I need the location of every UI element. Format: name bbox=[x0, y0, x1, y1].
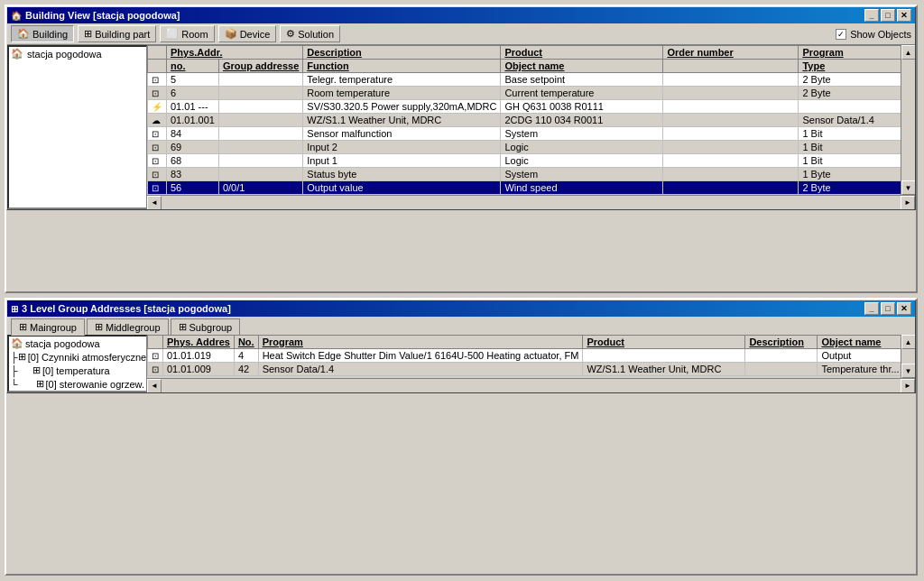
ga-tree-item-temperatura[interactable]: ├ ⊞ [0] temperatura bbox=[9, 364, 146, 377]
row-function: Room temperature bbox=[303, 87, 501, 100]
scroll-up-button[interactable]: ▲ bbox=[901, 45, 916, 60]
row-group bbox=[218, 114, 302, 127]
group-tree: 🏠 stacja pogodowa ├ ⊞ [0] Czynniki atmos… bbox=[7, 335, 147, 392]
row-no: 01.01 --- bbox=[167, 100, 219, 114]
tab-maingroup[interactable]: ⊞ Maingroup bbox=[11, 318, 85, 336]
row-order bbox=[663, 73, 799, 87]
th-product: Product bbox=[501, 46, 663, 60]
building-part-button[interactable]: ⊞ Building part bbox=[78, 25, 156, 42]
th-type: Type bbox=[799, 60, 901, 73]
group-tab-bar: ⊞ Maingroup ⊞ Middlegroup ⊞ Subgroup bbox=[7, 317, 915, 335]
table-row[interactable]: ⊡ 56 0/0/1 Output value Wind speed 2 Byt… bbox=[148, 181, 901, 195]
row-order bbox=[663, 181, 799, 195]
th-no: no. bbox=[167, 60, 219, 73]
close-button[interactable]: ✕ bbox=[897, 9, 911, 22]
table-row[interactable]: ☁ 01.01.001 WZ/S1.1 Weather Unit, MDRC 2… bbox=[148, 114, 901, 127]
ga-maximize-button[interactable]: □ bbox=[881, 302, 895, 315]
ga-row-program: Sensor Data/1.4 bbox=[258, 363, 583, 376]
ga-close-button[interactable]: ✕ bbox=[897, 302, 911, 315]
building-tree: 🏠 stacja pogodowa bbox=[7, 45, 147, 209]
th-object-name: Object name bbox=[501, 60, 663, 73]
ga-scroll-up-button[interactable]: ▲ bbox=[901, 335, 916, 349]
ga-scroll-right-button[interactable]: ► bbox=[901, 379, 915, 393]
row-icon-cell: ⊡ bbox=[148, 73, 167, 87]
table-header-row1: Phys.Addr. Description Product Order num… bbox=[148, 46, 901, 60]
row-no: 5 bbox=[167, 73, 219, 87]
ga-tree-item-sterowanie[interactable]: └ ⊞ [0] sterowanie ogrzew. bbox=[9, 377, 146, 391]
ga-tree-item-root[interactable]: 🏠 stacja pogodowa bbox=[9, 337, 146, 350]
ga-row-object: Output bbox=[818, 349, 901, 363]
tree-item-stacja[interactable]: 🏠 stacja pogodowa bbox=[9, 47, 146, 60]
ga-tree-item-czynniki[interactable]: ├ ⊞ [0] Czynniki atmosferyczne bbox=[9, 350, 146, 364]
row-group bbox=[218, 154, 302, 168]
right-pane-inner: Phys.Addr. Description Product Order num… bbox=[147, 45, 915, 195]
row-type: 1 Bit bbox=[799, 141, 901, 154]
scroll-left-button[interactable]: ◄ bbox=[147, 196, 162, 210]
minimize-button[interactable]: _ bbox=[864, 9, 879, 22]
row-group bbox=[218, 168, 302, 181]
ga-scroll-left-button[interactable]: ◄ bbox=[147, 379, 162, 393]
ga-scroll-down-button[interactable]: ▼ bbox=[901, 364, 916, 378]
table-row[interactable]: ⊡ 84 Sensor malfunction System 1 Bit bbox=[148, 127, 901, 141]
row-type: 2 Byte bbox=[799, 181, 901, 195]
ga-table-row[interactable]: ⊡ 01.01.019 4 Heat Switch Edge Shutter D… bbox=[148, 349, 901, 363]
th-group-addr: Group addresse bbox=[218, 60, 302, 73]
ga-minimize-button[interactable]: _ bbox=[864, 302, 879, 315]
row-no: 01.01.001 bbox=[167, 114, 219, 127]
table-row[interactable]: ⚡ 01.01 --- SV/S30.320.5 Power supply,32… bbox=[148, 100, 901, 114]
row-object-name: System bbox=[501, 127, 663, 141]
row-icon-cell: ⊡ bbox=[148, 181, 167, 195]
th-icon2 bbox=[148, 60, 167, 73]
device-button[interactable]: 📦 Device bbox=[218, 25, 277, 42]
main-layout: 🏠 stacja pogodowa Phys.Addr. Descripti bbox=[7, 45, 915, 209]
titlebar-controls: _ □ ✕ bbox=[864, 9, 911, 22]
table-row[interactable]: ⊡ 5 Telegr. temperature Base setpoint 2 … bbox=[148, 73, 901, 87]
row-object-name: Wind speed bbox=[501, 181, 663, 195]
row-function: WZ/S1.1 Weather Unit, MDRC bbox=[303, 114, 501, 127]
row-order bbox=[663, 168, 799, 181]
scroll-right-button[interactable]: ► bbox=[901, 196, 915, 210]
ga-horizontal-scrollbar[interactable]: ◄ ► bbox=[147, 378, 915, 392]
building-button[interactable]: 🏠 Building bbox=[11, 25, 74, 42]
row-type: 1 Bit bbox=[799, 127, 901, 141]
ga-vertical-scrollbar[interactable]: ▲ ▼ bbox=[901, 335, 915, 378]
ga-table-row[interactable]: ⊡ 01.01.009 42 Sensor Data/1.4 WZ/S1.1 W… bbox=[148, 363, 901, 376]
tab-middlegroup[interactable]: ⊞ Middlegroup bbox=[87, 318, 169, 335]
titlebar-left: 🏠 Building View [stacja pogodowa] bbox=[11, 10, 180, 21]
device-icon: 📦 bbox=[225, 28, 237, 40]
subgroup-icon: ⊞ bbox=[179, 321, 187, 333]
th-order-number: Order number bbox=[663, 46, 799, 60]
table-row[interactable]: ⊡ 68 Input 1 Logic 1 Bit bbox=[148, 154, 901, 168]
show-objects-checkbox[interactable]: ✓ bbox=[836, 29, 846, 40]
right-pane: Phys.Addr. Description Product Order num… bbox=[147, 45, 915, 209]
row-icon-cell: ⊡ bbox=[148, 154, 167, 168]
room-button[interactable]: ⬜ Room bbox=[160, 25, 214, 42]
ga-table: Phys. Addres No. Program Product Descrip… bbox=[147, 335, 901, 376]
ga-row-description bbox=[745, 349, 818, 363]
row-icon-cell: ⊡ bbox=[148, 87, 167, 100]
solution-button[interactable]: ⚙ Solution bbox=[280, 25, 340, 42]
row-icon-cell: ⊡ bbox=[148, 168, 167, 181]
table-row[interactable]: ⊡ 83 Status byte System 1 Byte bbox=[148, 168, 901, 181]
row-object-name: Logic bbox=[501, 154, 663, 168]
window-title: Building View [stacja pogodowa] bbox=[25, 10, 180, 21]
row-icon-cell: ☁ bbox=[148, 114, 167, 127]
window-icon: 🏠 bbox=[11, 11, 22, 21]
table-row[interactable]: ⊡ 69 Input 2 Logic 1 Bit bbox=[148, 141, 901, 154]
row-function: Input 2 bbox=[303, 141, 501, 154]
row-no: 83 bbox=[167, 168, 219, 181]
row-order bbox=[663, 114, 799, 127]
group-addresses-titlebar: ⊞ 3 Level Group Addresses [stacja pogodo… bbox=[7, 300, 915, 317]
show-objects-label: Show Objects bbox=[850, 29, 911, 40]
building-view-window: 🏠 Building View [stacja pogodowa] _ □ ✕ … bbox=[5, 5, 918, 293]
building-part-icon: ⊞ bbox=[84, 28, 92, 40]
ga-titlebar-controls: _ □ ✕ bbox=[864, 302, 911, 315]
horizontal-scrollbar[interactable]: ◄ ► bbox=[147, 195, 915, 209]
vertical-scrollbar[interactable]: ▲ ▼ bbox=[901, 45, 915, 195]
tab-subgroup[interactable]: ⊞ Subgroup bbox=[171, 318, 241, 335]
ga-th-program: Program bbox=[258, 336, 583, 349]
solution-icon: ⚙ bbox=[286, 28, 295, 40]
scroll-down-button[interactable]: ▼ bbox=[901, 180, 916, 195]
maximize-button[interactable]: □ bbox=[881, 9, 895, 22]
table-row[interactable]: ⊡ 6 Room temperature Current temperature… bbox=[148, 87, 901, 100]
